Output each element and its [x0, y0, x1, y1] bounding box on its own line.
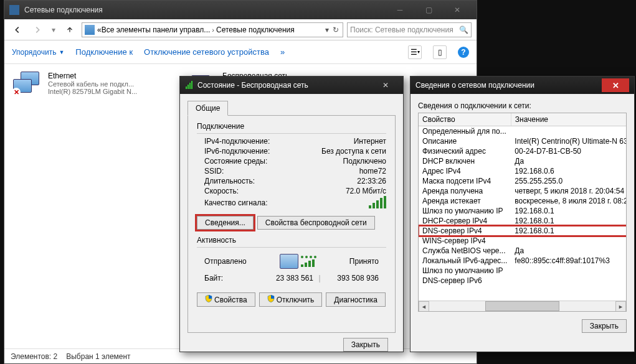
- close-button[interactable]: ✕: [443, 1, 472, 19]
- breadcrumb-item[interactable]: Сетевые подключения: [216, 26, 295, 34]
- diagnose-button[interactable]: Диагностика: [326, 292, 386, 307]
- value-cell: 255.255.255.0: [511, 176, 627, 186]
- value-cell: Intel(R) Centrino(R) Ultimate-N 6300 AGN: [511, 136, 627, 146]
- control-panel-icon: [85, 25, 95, 35]
- wireless-properties-button[interactable]: Свойства беспроводной сети: [257, 216, 375, 230]
- nav-forward-button[interactable]: [29, 22, 45, 38]
- details-label: Сведения о подключении к сети:: [418, 101, 627, 110]
- breadcrumb-dropdown[interactable]: ▾: [323, 26, 331, 34]
- column-property[interactable]: Свойство: [419, 113, 511, 126]
- nav-recent-button[interactable]: ▾: [49, 22, 58, 38]
- table-row[interactable]: Шлюз по умолчанию IP: [419, 266, 627, 276]
- breadcrumb-item[interactable]: Все элементы панели управл...: [102, 26, 211, 34]
- value-cell: 192.168.0.1: [511, 206, 627, 216]
- table-row[interactable]: WINS-сервер IPv4: [419, 236, 627, 246]
- value-cell: воскресенье, 8 июля 2018 г. 08:23:24: [511, 196, 627, 206]
- close-button[interactable]: ✕: [373, 78, 398, 92]
- table-row[interactable]: Определенный для по...: [419, 126, 627, 137]
- value-ipv4: Интернет: [354, 137, 386, 146]
- search-input[interactable]: Поиск: Сетевые подключения 🔍: [347, 22, 472, 37]
- minimize-button[interactable]: ─: [386, 1, 414, 19]
- preview-pane-button[interactable]: ▯: [433, 45, 447, 59]
- dialog-title: Сведения о сетевом подключении: [415, 81, 598, 90]
- refresh-button[interactable]: ↻: [331, 26, 340, 34]
- more-commands[interactable]: »: [280, 47, 285, 57]
- close-button[interactable]: Закрыть: [343, 338, 388, 352]
- dialog-title: Состояние - Беспроводная сеть: [197, 81, 369, 90]
- property-cell: DNS-сервер IPv6: [419, 276, 511, 286]
- scroll-thumb[interactable]: [485, 301, 560, 311]
- table-row[interactable]: DHCP включенДа: [419, 156, 627, 166]
- disable-button[interactable]: Отключить: [259, 292, 323, 307]
- table-row[interactable]: DNS-сервер IPv4192.168.0.1: [419, 226, 627, 236]
- breadcrumb-sep: ›: [212, 26, 214, 34]
- breadcrumb-prefix: «: [97, 26, 102, 34]
- nav-up-button[interactable]: [62, 22, 78, 38]
- tab-general[interactable]: Общие: [187, 101, 228, 116]
- property-cell: WINS-сервер IPv4: [419, 236, 511, 246]
- tab-panel: Подключение IPv4-подключение:Интернет IP…: [187, 115, 396, 333]
- search-placeholder: Поиск: Сетевые подключения: [350, 26, 453, 34]
- shield-icon: [267, 295, 275, 302]
- property-cell: DNS-сервер IPv4: [419, 226, 511, 236]
- organize-menu[interactable]: Упорядочить▼: [12, 48, 64, 57]
- connection-item-ethernet[interactable]: ✕ Ethernet Сетевой кабель не подкл... In…: [9, 69, 171, 99]
- svg-rect-0: [186, 86, 187, 89]
- signal-bars-icon: [369, 197, 386, 208]
- table-row[interactable]: Адрес IPv4192.168.0.6: [419, 166, 627, 176]
- address-bar: ▾ « Все элементы панели управл... › Сете…: [4, 19, 477, 40]
- property-cell: Физический адрес: [419, 146, 511, 156]
- table-row[interactable]: ОписаниеIntel(R) Centrino(R) Ultimate-N …: [419, 136, 627, 146]
- label-duration: Длительность:: [204, 177, 357, 185]
- label-media: Состояние среды:: [204, 157, 343, 166]
- section-activity: Активность: [197, 236, 386, 245]
- view-options-button[interactable]: ☰▾: [408, 45, 422, 59]
- table-row[interactable]: DNS-сервер IPv6: [419, 276, 627, 286]
- value-cell: [511, 126, 627, 137]
- nav-back-button[interactable]: [9, 22, 26, 38]
- disconnected-icon: ✕: [12, 88, 21, 96]
- value-duration: 22:33:26: [357, 177, 386, 185]
- dialog-titlebar[interactable]: Сведения о сетевом подключении ✕: [411, 77, 634, 94]
- label-sent: Отправлено: [204, 257, 247, 266]
- bytes-sent: 23 383 561: [260, 274, 313, 282]
- svg-rect-3: [191, 81, 192, 89]
- close-button[interactable]: ✕: [602, 78, 629, 92]
- dialog-titlebar[interactable]: Состояние - Беспроводная сеть ✕: [180, 77, 403, 94]
- value-cell: [511, 236, 627, 246]
- property-cell: Маска подсети IPv4: [419, 176, 511, 186]
- table-row[interactable]: Шлюз по умолчанию IP192.168.0.1: [419, 206, 627, 216]
- details-button[interactable]: Сведения...: [197, 216, 254, 230]
- scroll-left-button[interactable]: ◄: [419, 301, 429, 312]
- value-cell: 192.168.0.1: [511, 226, 627, 236]
- explorer-titlebar[interactable]: Сетевые подключения ─ ▢ ✕: [4, 1, 477, 19]
- value-speed: 72.0 Мбит/с: [346, 187, 386, 195]
- scroll-right-button[interactable]: ►: [615, 301, 626, 312]
- column-value[interactable]: Значение: [511, 113, 627, 126]
- maximize-button[interactable]: ▢: [414, 1, 443, 19]
- disable-device-button[interactable]: Отключение сетевого устройства: [144, 47, 269, 57]
- table-row[interactable]: Аренда полученачетверг, 5 июля 2018 г. 2…: [419, 186, 627, 196]
- table-row[interactable]: Локальный IPv6-адрес...fe80::895c:c4ff:8…: [419, 256, 627, 266]
- table-row[interactable]: Физический адрес00-24-D7-B1-CB-50: [419, 146, 627, 156]
- label-ipv6: IPv6-подключение:: [204, 147, 321, 156]
- help-button[interactable]: ?: [458, 47, 469, 58]
- table-row[interactable]: Аренда истекаетвоскресенье, 8 июля 2018 …: [419, 196, 627, 206]
- horizontal-scrollbar[interactable]: ◄ ►: [419, 301, 626, 311]
- value-cell: [511, 266, 627, 276]
- value-media: Подключено: [343, 157, 386, 166]
- breadcrumb-bar[interactable]: « Все элементы панели управл... › Сетевы…: [82, 22, 343, 37]
- property-cell: Адрес IPv4: [419, 166, 511, 176]
- connect-to-button[interactable]: Подключение к: [75, 47, 133, 57]
- close-button[interactable]: Закрыть: [582, 319, 627, 333]
- property-cell: Определенный для по...: [419, 126, 511, 137]
- property-cell: DHCP включен: [419, 156, 511, 166]
- properties-button[interactable]: Свойства: [197, 292, 255, 307]
- network-details-dialog: Сведения о сетевом подключении ✕ Сведени…: [410, 76, 635, 352]
- value-ipv6: Без доступа к сети: [321, 147, 386, 156]
- search-icon: 🔍: [459, 26, 468, 34]
- table-row[interactable]: Служба NetBIOS чере...Да: [419, 246, 627, 256]
- table-row[interactable]: DHCP-сервер IPv4192.168.0.1: [419, 216, 627, 226]
- table-row[interactable]: Маска подсети IPv4255.255.255.0: [419, 176, 627, 186]
- label-received: Принято: [349, 257, 379, 266]
